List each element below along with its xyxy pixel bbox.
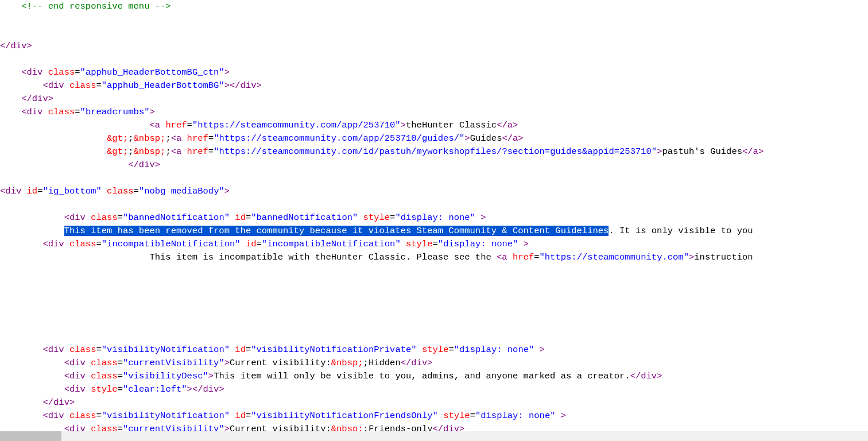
code-line: <div id="ig_bottom" class="nobg mediaBod… bbox=[0, 185, 868, 198]
comment-token: <!-- end responsive menu --> bbox=[21, 1, 170, 11]
code-line: &gt;;&nbsp;;<a href="https://steamcommun… bbox=[0, 145, 868, 158]
code-line bbox=[0, 53, 868, 66]
code-line: <div class="apphub_HeaderBottomBG_ctn"> bbox=[0, 66, 868, 79]
code-line: <div class="apphub_HeaderBottomBG"></div… bbox=[0, 79, 868, 92]
code-line bbox=[0, 317, 868, 330]
code-line: <div class="visibilityNotification" id="… bbox=[0, 409, 868, 423]
code-line bbox=[0, 13, 868, 26]
scrollbar-thumb[interactable] bbox=[0, 431, 61, 441]
code-line: <a href="https://steamcommunity.com/app/… bbox=[0, 119, 868, 132]
code-line: <div class="currentVisibility">Current v… bbox=[0, 357, 868, 370]
code-line: </div> bbox=[0, 92, 868, 106]
code-line bbox=[0, 172, 868, 185]
code-line: </div> bbox=[0, 158, 868, 172]
code-line bbox=[0, 291, 868, 304]
code-line: <div class="breadcrumbs"> bbox=[0, 106, 868, 119]
code-line: <div class="visibilityNotification" id="… bbox=[0, 343, 868, 357]
horizontal-scrollbar[interactable] bbox=[0, 431, 868, 441]
code-line bbox=[0, 304, 868, 317]
code-line bbox=[0, 277, 868, 291]
code-line: </div> bbox=[0, 396, 868, 409]
code-line: &gt;;&nbsp;;<a href="https://steamcommun… bbox=[0, 132, 868, 145]
code-line: <div class="visibilityDesc">This item wi… bbox=[0, 370, 868, 383]
code-line: <div class="bannedNotification" id="bann… bbox=[0, 211, 868, 225]
selected-text[interactable]: This item has been removed from the comm… bbox=[64, 226, 609, 236]
code-line bbox=[0, 264, 868, 277]
code-line: This item has been removed from the comm… bbox=[0, 225, 868, 238]
source-code-view: <!-- end responsive menu --> </div> <div… bbox=[0, 0, 868, 441]
code-line: This item is incompatible with theHunter… bbox=[0, 251, 868, 264]
code-line: </div> bbox=[0, 40, 868, 53]
code-line bbox=[0, 330, 868, 343]
code-line bbox=[0, 198, 868, 211]
code-line: <div style="clear:left"></div> bbox=[0, 383, 868, 396]
code-line: <!-- end responsive menu --> bbox=[0, 0, 868, 13]
code-line: <div class="incompatibleNotification" id… bbox=[0, 238, 868, 251]
code-line bbox=[0, 26, 868, 40]
